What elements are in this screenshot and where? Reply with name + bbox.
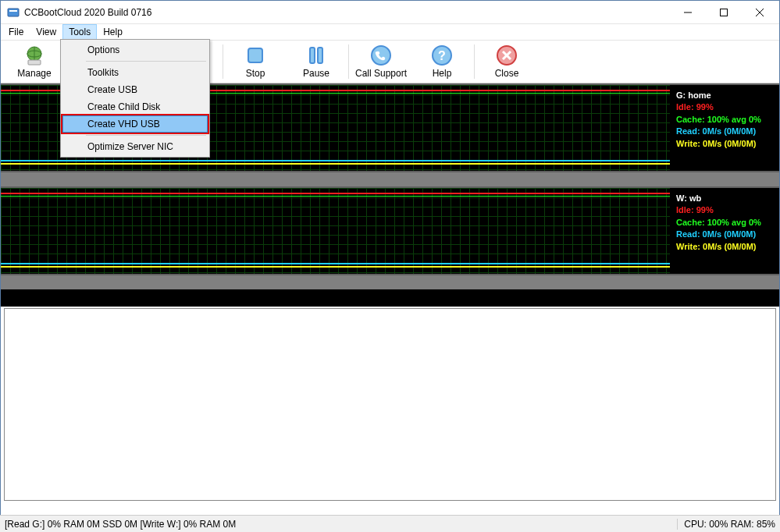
toolbar-stop-button[interactable]: Stop [225, 41, 286, 82]
status-left: [Read G:] 0% RAM 0M SSD 0M [Write W:] 0%… [5, 519, 677, 530]
app-icon [7, 6, 20, 19]
toolbar-label: Stop [246, 68, 265, 79]
help-icon: ? [431, 44, 453, 66]
graph-gap [1, 172, 779, 186]
disk-cache: Cache: 100% avg 0% [676, 114, 773, 126]
phone-icon [370, 44, 392, 66]
svg-rect-1 [9, 10, 17, 12]
svg-rect-11 [318, 48, 322, 63]
window-title: CCBootCloud 2020 Build 0716 [24, 7, 670, 18]
menu-tools[interactable]: Tools [62, 24, 97, 40]
toolbar-label: Manage [17, 68, 51, 79]
stop-icon [244, 44, 266, 66]
toolbar-label: Close [495, 68, 519, 79]
close-button[interactable] [742, 1, 778, 24]
menu-item-create-vhd-usb[interactable]: Create VHD USB [62, 115, 208, 133]
menu-item-options[interactable]: Options [62, 41, 208, 59]
minimize-button[interactable] [670, 1, 706, 24]
menu-separator [86, 61, 206, 62]
graph-side-panel: G: home Idle: 99% Cache: 100% avg 0% Rea… [670, 85, 779, 171]
graph-line-red [1, 193, 670, 194]
tools-menu-dropdown: Options Toolkits Create USB Create Child… [60, 39, 210, 158]
disk-read: Read: 0M/s (0M/0M) [676, 126, 773, 137]
toolbar-manage-button[interactable]: Manage [4, 41, 65, 82]
maximize-button[interactable] [706, 1, 742, 24]
graph-line-cyan [1, 160, 670, 161]
toolbar-help-button[interactable]: ? Help [411, 41, 472, 82]
menu-item-create-child-disk[interactable]: Create Child Disk [62, 98, 208, 115]
graph-gap [1, 275, 779, 289]
svg-point-12 [372, 46, 390, 65]
svg-rect-9 [248, 48, 262, 62]
globe-icon [23, 44, 45, 66]
graph-line-green [1, 196, 670, 197]
toolbar-callsupport-button[interactable]: Call Support [351, 41, 411, 82]
graph-line-cyan [1, 263, 670, 264]
log-textarea[interactable] [4, 308, 776, 501]
svg-text:?: ? [438, 49, 446, 62]
graph-side-panel: W: wb Idle: 99% Cache: 100% avg 0% Read:… [670, 188, 779, 274]
toolbar-label: Pause [303, 68, 329, 79]
menu-item-create-usb[interactable]: Create USB [62, 81, 208, 98]
disk-idle: Idle: 99% [676, 204, 773, 216]
statusbar: [Read G:] 0% RAM 0M SSD 0M [Write W:] 0%… [0, 515, 780, 532]
svg-rect-3 [721, 9, 728, 16]
disk-write: Write: 0M/s (0M/0M) [676, 241, 773, 253]
toolbar-separator [348, 44, 349, 79]
disk-read: Read: 0M/s (0M/0M) [676, 229, 773, 240]
window-controls [670, 1, 778, 23]
graph-line-yellow [1, 266, 670, 268]
close-circle-icon [496, 44, 518, 66]
disk-graph-row: W: wb Idle: 99% Cache: 100% avg 0% Read:… [1, 186, 779, 275]
disk-title: W: wb [676, 193, 773, 204]
toolbar-label: Help [433, 68, 452, 79]
menu-separator [86, 135, 206, 136]
black-strip [1, 289, 779, 307]
menu-view[interactable]: View [30, 24, 62, 40]
svg-rect-0 [8, 9, 19, 16]
disk-cache: Cache: 100% avg 0% [676, 217, 773, 229]
menu-file[interactable]: File [2, 24, 30, 40]
disk-idle: Idle: 99% [676, 101, 773, 113]
toolbar-separator [223, 44, 223, 79]
graph-canvas [1, 188, 670, 274]
menu-item-toolkits[interactable]: Toolkits [62, 64, 208, 81]
toolbar-label: Call Support [355, 68, 407, 79]
disk-title: G: home [676, 90, 773, 101]
menubar: File View Tools Help [1, 24, 779, 40]
graph-line-yellow [1, 163, 670, 165]
svg-rect-8 [28, 60, 41, 65]
svg-rect-10 [310, 48, 315, 63]
titlebar: CCBootCloud 2020 Build 0716 [1, 1, 779, 24]
toolbar-close-button[interactable]: Close [476, 41, 537, 82]
disk-write: Write: 0M/s (0M/0M) [676, 138, 773, 150]
menu-item-optimize-server-nic[interactable]: Optimize Server NIC [62, 138, 208, 155]
toolbar-pause-button[interactable]: Pause [286, 41, 347, 82]
toolbar-separator [474, 44, 475, 79]
graph-grid [1, 188, 670, 274]
menu-help[interactable]: Help [97, 24, 129, 40]
status-right: CPU: 00% RAM: 85% [677, 519, 775, 530]
pause-icon [305, 44, 327, 66]
